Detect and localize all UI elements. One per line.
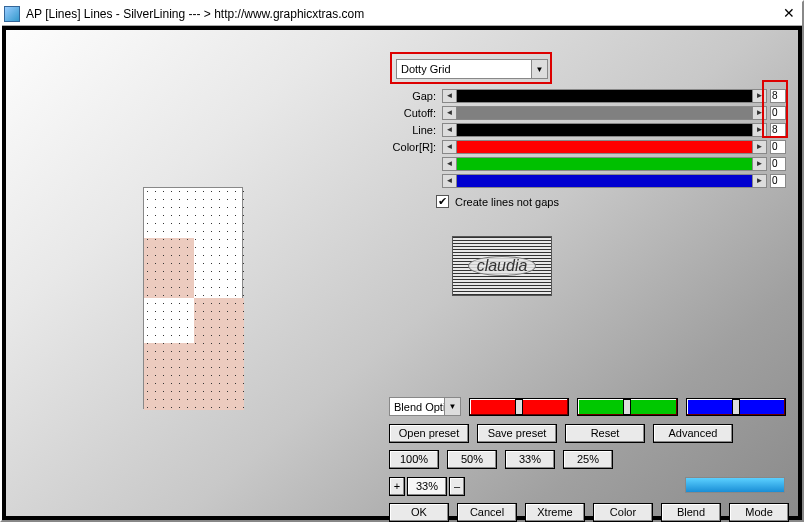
color-g-slider[interactable]: ◄ ► bbox=[442, 157, 767, 171]
param-row-color-g: ◄ ► 0 bbox=[386, 156, 786, 172]
color-g-value[interactable]: 0 bbox=[770, 157, 786, 171]
save-preset-button[interactable]: Save preset bbox=[477, 424, 557, 443]
client-area: Dotty Grid ▼ Gap: ◄ ► 8 Cutoff: ◄ bbox=[4, 28, 800, 518]
param-label: Gap: bbox=[386, 90, 436, 102]
slider-decrement-icon[interactable]: ◄ bbox=[443, 124, 457, 136]
chevron-down-icon: ▼ bbox=[444, 398, 460, 415]
param-row-line: Line: ◄ ► 8 bbox=[386, 122, 786, 138]
zoom-50-button[interactable]: 50% bbox=[447, 450, 497, 469]
create-lines-label: Create lines not gaps bbox=[455, 196, 559, 208]
slider-increment-icon[interactable]: ► bbox=[752, 158, 766, 170]
blend-options-label: Blend Optio bbox=[394, 401, 451, 413]
slider-decrement-icon[interactable]: ◄ bbox=[443, 158, 457, 170]
open-preset-button[interactable]: Open preset bbox=[389, 424, 469, 443]
param-label: Line: bbox=[386, 124, 436, 136]
slider-track bbox=[457, 141, 752, 153]
color-r-slider[interactable]: ◄ ► bbox=[442, 140, 767, 154]
window-title: AP [Lines] Lines - SilverLining --- > ht… bbox=[26, 7, 778, 21]
zoom-out-button[interactable]: – bbox=[449, 477, 465, 496]
cancel-button[interactable]: Cancel bbox=[457, 503, 517, 522]
slider-track bbox=[457, 175, 752, 187]
gap-value[interactable]: 8 bbox=[770, 89, 786, 103]
color-b-slider[interactable]: ◄ ► bbox=[442, 174, 767, 188]
param-row-gap: Gap: ◄ ► 8 bbox=[386, 88, 786, 104]
param-label: Cutoff: bbox=[386, 107, 436, 119]
line-value[interactable]: 8 bbox=[770, 123, 786, 137]
slider-decrement-icon[interactable]: ◄ bbox=[443, 175, 457, 187]
slider-thumb[interactable] bbox=[623, 399, 631, 415]
slider-thumb[interactable] bbox=[515, 399, 523, 415]
zoom-100-button[interactable]: 100% bbox=[389, 450, 439, 469]
slider-increment-icon[interactable]: ► bbox=[752, 141, 766, 153]
slider-decrement-icon[interactable]: ◄ bbox=[443, 107, 457, 119]
titlebar: AP [Lines] Lines - SilverLining --- > ht… bbox=[2, 2, 802, 26]
zoom-in-button[interactable]: + bbox=[389, 477, 405, 496]
slider-increment-icon[interactable]: ► bbox=[752, 175, 766, 187]
param-row-cutoff: Cutoff: ◄ ► 0 bbox=[386, 105, 786, 121]
ok-button[interactable]: OK bbox=[389, 503, 449, 522]
preview-pane bbox=[143, 187, 243, 409]
close-button[interactable]: ✕ bbox=[778, 5, 800, 23]
slider-increment-icon[interactable]: ► bbox=[752, 107, 766, 119]
mode-button[interactable]: Mode bbox=[729, 503, 789, 522]
reset-button[interactable]: Reset bbox=[565, 424, 645, 443]
slider-increment-icon[interactable]: ► bbox=[752, 124, 766, 136]
param-row-color-r: Color[R]: ◄ ► 0 bbox=[386, 139, 786, 155]
vendor-logo-text: claudia bbox=[468, 256, 537, 276]
gap-slider[interactable]: ◄ ► bbox=[442, 89, 767, 103]
advanced-button[interactable]: Advanced bbox=[653, 424, 733, 443]
color-b-value[interactable]: 0 bbox=[770, 174, 786, 188]
cutoff-value[interactable]: 0 bbox=[770, 106, 786, 120]
blend-options-dropdown[interactable]: Blend Optio ▼ bbox=[389, 397, 461, 416]
xtreme-button[interactable]: Xtreme bbox=[525, 503, 585, 522]
slider-thumb[interactable] bbox=[732, 399, 740, 415]
plugin-window: AP [Lines] Lines - SilverLining --- > ht… bbox=[0, 0, 804, 522]
progress-bar bbox=[685, 477, 785, 493]
blend-r-slider[interactable] bbox=[469, 398, 569, 416]
create-lines-checkbox[interactable]: ✔ bbox=[436, 195, 449, 208]
slider-track bbox=[457, 124, 752, 136]
slider-track bbox=[457, 158, 752, 170]
zoom-33-button[interactable]: 33% bbox=[505, 450, 555, 469]
zoom-25-button[interactable]: 25% bbox=[563, 450, 613, 469]
slider-decrement-icon[interactable]: ◄ bbox=[443, 90, 457, 102]
cutoff-slider[interactable]: ◄ ► bbox=[442, 106, 767, 120]
line-slider[interactable]: ◄ ► bbox=[442, 123, 767, 137]
create-lines-checkbox-row: ✔ Create lines not gaps bbox=[436, 195, 786, 208]
blend-b-slider[interactable] bbox=[686, 398, 786, 416]
app-icon bbox=[4, 6, 20, 22]
slider-track bbox=[457, 90, 752, 102]
slider-track bbox=[457, 107, 752, 119]
color-button[interactable]: Color bbox=[593, 503, 653, 522]
slider-decrement-icon[interactable]: ◄ bbox=[443, 141, 457, 153]
preview-dot-grid bbox=[144, 188, 244, 410]
param-label: Color[R]: bbox=[386, 141, 436, 153]
param-row-color-b: ◄ ► 0 bbox=[386, 173, 786, 189]
blend-g-slider[interactable] bbox=[577, 398, 677, 416]
progress-fill bbox=[686, 478, 784, 492]
color-r-value[interactable]: 0 bbox=[770, 140, 786, 154]
zoom-value-field[interactable]: 33% bbox=[407, 477, 447, 496]
blend-button[interactable]: Blend bbox=[661, 503, 721, 522]
vendor-logo: claudia bbox=[452, 236, 552, 296]
slider-increment-icon[interactable]: ► bbox=[752, 90, 766, 102]
